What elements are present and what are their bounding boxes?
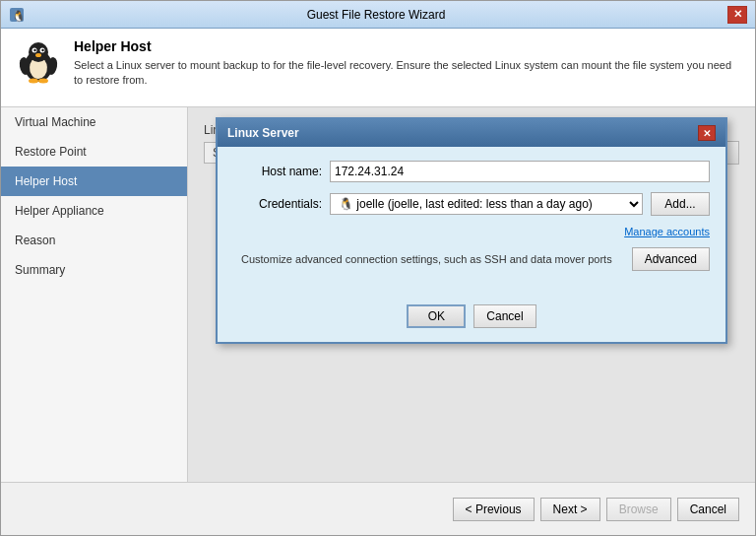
linux-server-dialog: Linux Server ✕ Host name:: [216, 117, 727, 344]
manage-accounts-row: Manage accounts: [233, 226, 710, 237]
svg-text:🐧: 🐧: [12, 9, 25, 23]
svg-point-7: [33, 49, 35, 51]
host-name-label: Host name:: [233, 165, 322, 178]
sidebar-item-helper-appliance[interactable]: Helper Appliance: [1, 196, 187, 226]
sidebar-item-helper-host[interactable]: Helper Host: [1, 167, 187, 196]
svg-point-12: [29, 79, 38, 84]
browse-button[interactable]: Browse: [606, 498, 671, 521]
advanced-row: Customize advanced connection settings, …: [233, 247, 710, 271]
credentials-label: Credentials:: [233, 197, 322, 211]
header-panel: Helper Host Select a Linux server to mou…: [1, 29, 755, 107]
header-description: Select a Linux server to mount backup to…: [74, 58, 741, 89]
content-area: Helper Host Select a Linux server to mou…: [1, 29, 755, 535]
dialog-close-button[interactable]: ✕: [698, 125, 716, 141]
title-bar: 🐧 Guest File Restore Wizard ✕: [1, 1, 755, 29]
previous-button[interactable]: < Previous: [453, 498, 535, 521]
window-close-button[interactable]: ✕: [727, 6, 747, 24]
dialog-cancel-button[interactable]: Cancel: [473, 304, 536, 328]
svg-point-13: [38, 79, 48, 84]
host-name-input[interactable]: [330, 161, 710, 182]
window-title: Guest File Restore Wizard: [25, 8, 727, 22]
dialog-footer: OK Cancel: [218, 297, 725, 342]
header-title: Helper Host: [74, 38, 741, 54]
dialog-title-bar: Linux Server ✕: [218, 119, 725, 147]
header-text: Helper Host Select a Linux server to mou…: [74, 38, 741, 89]
ok-button[interactable]: OK: [407, 304, 466, 328]
next-button[interactable]: Next >: [540, 498, 600, 521]
dialog-overlay: Linux Server ✕ Host name:: [188, 107, 755, 482]
right-panel: Linux server: Specify a different host A…: [188, 107, 755, 482]
sidebar-item-reason[interactable]: Reason: [1, 226, 187, 255]
advanced-button[interactable]: Advanced: [632, 247, 710, 271]
dialog-body: Host name: Credentials: 🐧 joelle (joelle…: [218, 147, 725, 297]
sidebar-item-virtual-machine[interactable]: Virtual Machine: [1, 107, 187, 137]
footer-bar: < Previous Next > Browse Cancel: [1, 482, 755, 535]
main-window: 🐧 Guest File Restore Wizard ✕: [0, 0, 756, 536]
header-icon: [15, 38, 62, 86]
sidebar: Virtual Machine Restore Point Helper Hos…: [1, 107, 188, 482]
host-name-row: Host name:: [233, 161, 710, 182]
window-icon: 🐧: [9, 7, 25, 23]
sidebar-item-summary[interactable]: Summary: [1, 255, 187, 285]
add-credentials-button[interactable]: Add...: [651, 192, 710, 216]
svg-point-8: [41, 49, 43, 51]
sidebar-item-restore-point[interactable]: Restore Point: [1, 137, 187, 167]
credentials-select[interactable]: 🐧 joelle (joelle, last edited: less than…: [330, 193, 643, 215]
main-body: Virtual Machine Restore Point Helper Hos…: [1, 107, 755, 482]
dialog-title: Linux Server: [227, 126, 299, 140]
cancel-button[interactable]: Cancel: [677, 498, 739, 521]
svg-point-9: [35, 53, 41, 57]
advanced-description: Customize advanced connection settings, …: [233, 253, 624, 265]
credentials-row: Credentials: 🐧 joelle (joelle, last edit…: [233, 192, 710, 216]
svg-point-4: [29, 42, 48, 62]
manage-accounts-link[interactable]: Manage accounts: [330, 226, 710, 237]
